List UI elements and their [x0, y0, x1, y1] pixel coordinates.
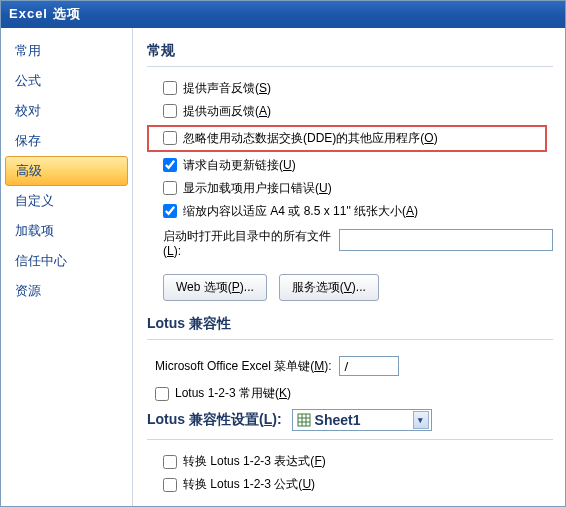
- sidebar-item-save[interactable]: 保存: [1, 126, 132, 156]
- section-title-lotus-compat: Lotus 兼容性: [147, 311, 553, 340]
- startup-dir-row: 启动时打开此目录中的所有文件 (L):: [147, 223, 553, 266]
- checkbox-lotus-keys[interactable]: [155, 387, 169, 401]
- label-auto-links: 请求自动更新链接(U): [183, 157, 296, 174]
- svg-rect-0: [298, 414, 310, 426]
- sidebar-item-proofing[interactable]: 校对: [1, 96, 132, 126]
- label-anim-feedback: 提供动画反馈(A): [183, 103, 271, 120]
- sidebar-item-customize[interactable]: 自定义: [1, 186, 132, 216]
- label-convert-formula: 转换 Lotus 1-2-3 公式(U): [183, 476, 315, 493]
- checkbox-sound-feedback[interactable]: [163, 81, 177, 95]
- option-convert-expr[interactable]: 转换 Lotus 1-2-3 表达式(F): [147, 450, 553, 473]
- sidebar: 常用 公式 校对 保存 高级 自定义 加载项 信任中心 资源: [1, 28, 133, 506]
- sidebar-item-trust[interactable]: 信任中心: [1, 246, 132, 276]
- checkbox-anim-feedback[interactable]: [163, 104, 177, 118]
- input-startup-dir[interactable]: [339, 229, 553, 251]
- chevron-down-icon[interactable]: ▾: [413, 411, 429, 429]
- checkbox-convert-formula[interactable]: [163, 478, 177, 492]
- label-addin-errors: 显示加载项用户接口错误(U): [183, 180, 332, 197]
- option-convert-formula[interactable]: 转换 Lotus 1-2-3 公式(U): [147, 473, 553, 496]
- web-options-button[interactable]: Web 选项(P)...: [163, 274, 267, 301]
- sidebar-item-formula[interactable]: 公式: [1, 66, 132, 96]
- menu-key-row: Microsoft Office Excel 菜单键(M):: [147, 350, 553, 382]
- checkbox-scale-a4[interactable]: [163, 204, 177, 218]
- option-addin-errors[interactable]: 显示加载项用户接口错误(U): [147, 177, 553, 200]
- label-ignore-dde: 忽略使用动态数据交换(DDE)的其他应用程序(O): [183, 130, 438, 147]
- options-window: Excel 选项 常用 公式 校对 保存 高级 自定义 加载项 信任中心 资源 …: [0, 0, 566, 507]
- label-startup-dir: 启动时打开此目录中的所有文件 (L):: [163, 229, 333, 260]
- checkbox-auto-links[interactable]: [163, 158, 177, 172]
- checkbox-ignore-dde[interactable]: [163, 131, 177, 145]
- sidebar-item-advanced[interactable]: 高级: [5, 156, 128, 186]
- option-lotus-keys[interactable]: Lotus 1-2-3 常用键(K): [147, 382, 553, 405]
- label-menu-key: Microsoft Office Excel 菜单键(M):: [155, 358, 331, 375]
- body: 常用 公式 校对 保存 高级 自定义 加载项 信任中心 资源 常规 提供声音反馈…: [1, 28, 565, 506]
- label-lotus-keys: Lotus 1-2-3 常用键(K): [175, 385, 291, 402]
- sidebar-item-resources[interactable]: 资源: [1, 276, 132, 306]
- label-sound-feedback: 提供声音反馈(S): [183, 80, 271, 97]
- service-options-button[interactable]: 服务选项(V)...: [279, 274, 379, 301]
- option-sound-feedback[interactable]: 提供声音反馈(S): [147, 77, 553, 100]
- button-row: Web 选项(P)... 服务选项(V)...: [147, 266, 553, 311]
- main-panel: 常规 提供声音反馈(S) 提供动画反馈(A) 忽略使用动态数据交换(DDE)的其…: [133, 28, 565, 506]
- window-title: Excel 选项: [9, 5, 81, 23]
- option-scale-a4[interactable]: 缩放内容以适应 A4 或 8.5 x 11" 纸张大小(A): [147, 200, 553, 223]
- sheet-name: Sheet1: [315, 412, 361, 428]
- option-ignore-dde[interactable]: 忽略使用动态数据交换(DDE)的其他应用程序(O): [147, 125, 547, 152]
- sheet-select[interactable]: Sheet1 ▾: [292, 409, 432, 431]
- sheet-icon: [297, 413, 311, 427]
- sidebar-item-common[interactable]: 常用: [1, 36, 132, 66]
- titlebar: Excel 选项: [1, 1, 565, 28]
- checkbox-addin-errors[interactable]: [163, 181, 177, 195]
- section-title-general: 常规: [147, 38, 553, 67]
- sidebar-item-addins[interactable]: 加载项: [1, 216, 132, 246]
- option-auto-links[interactable]: 请求自动更新链接(U): [147, 154, 553, 177]
- label-scale-a4: 缩放内容以适应 A4 或 8.5 x 11" 纸张大小(A): [183, 203, 418, 220]
- checkbox-convert-expr[interactable]: [163, 455, 177, 469]
- section-title-lotus-settings: Lotus 兼容性设置(L): Sheet1 ▾: [147, 405, 553, 440]
- option-anim-feedback[interactable]: 提供动画反馈(A): [147, 100, 553, 123]
- label-convert-expr: 转换 Lotus 1-2-3 表达式(F): [183, 453, 326, 470]
- label-lotus-settings: Lotus 兼容性设置(L):: [147, 411, 282, 429]
- input-menu-key[interactable]: [339, 356, 399, 376]
